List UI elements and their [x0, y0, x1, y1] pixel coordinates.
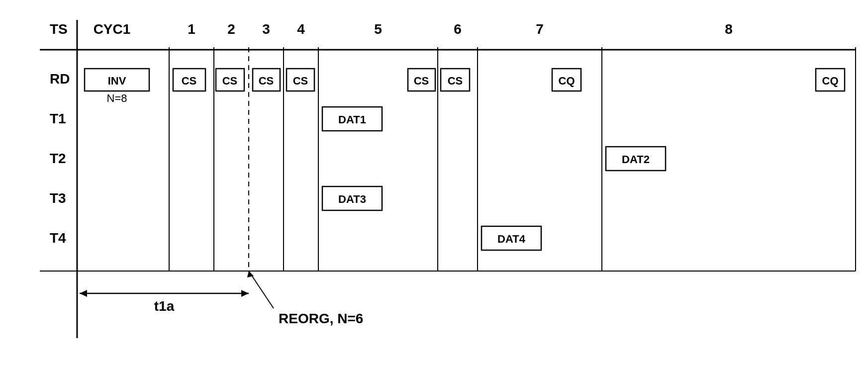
row-t1: T1 [50, 111, 66, 126]
cs-box-4: CS [293, 75, 308, 87]
inv-box: INV [108, 75, 126, 87]
dat3-box: DAT3 [338, 193, 366, 205]
col-cyc1: CYC1 [94, 21, 131, 37]
cs-box-6: CS [448, 75, 463, 87]
dat2-box: DAT2 [622, 153, 650, 166]
col-4: 4 [297, 21, 305, 37]
col-6: 6 [454, 21, 462, 37]
row-t4: T4 [50, 230, 66, 246]
dat4-box: DAT4 [497, 233, 526, 245]
col-8: 8 [725, 21, 733, 37]
ts-label: TS [50, 21, 68, 37]
t1a-label: t1a [154, 298, 175, 314]
svg-rect-0 [0, 0, 868, 366]
cq-box-8: CQ [822, 75, 839, 87]
row-t2: T2 [50, 151, 66, 166]
col-7: 7 [536, 21, 544, 37]
row-t3: T3 [50, 190, 66, 206]
cs-box-3: CS [259, 75, 274, 87]
col-5: 5 [374, 21, 382, 37]
n8-label: N=8 [107, 92, 127, 104]
cq-box-7: CQ [559, 75, 575, 87]
timing-diagram: TS CYC1 1 2 3 4 5 6 7 8 RD T1 T2 T3 T4 I… [0, 0, 868, 366]
reorg-label: REORG, N=6 [279, 311, 363, 326]
cs-box-1: CS [182, 75, 197, 87]
col-3: 3 [262, 21, 270, 37]
col-2: 2 [227, 21, 235, 37]
row-rd: RD [50, 71, 70, 87]
col-1: 1 [188, 21, 195, 37]
cs-box-2: CS [222, 75, 238, 87]
dat1-box: DAT1 [338, 113, 366, 126]
cs-box-5a: CS [414, 75, 429, 87]
